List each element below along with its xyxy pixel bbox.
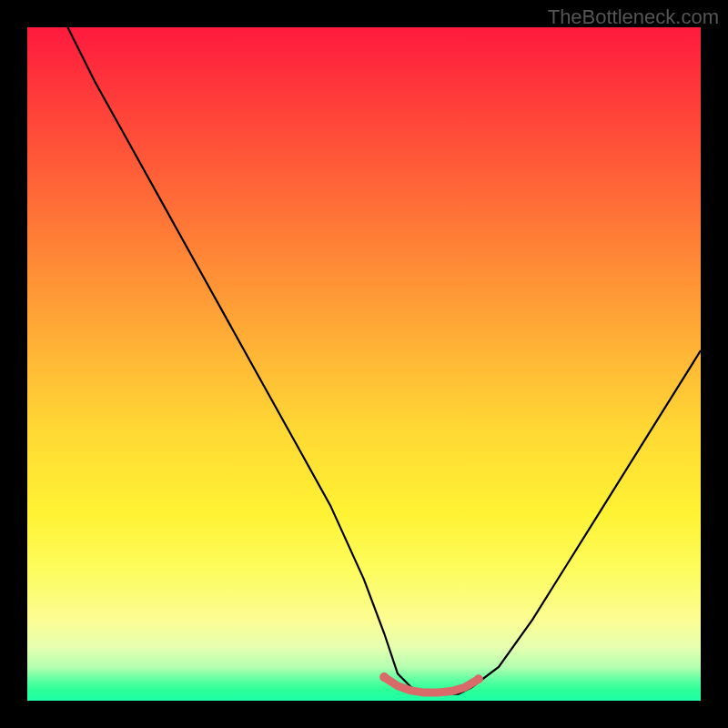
watermark-text: TheBottleneck.com <box>548 5 719 29</box>
plot-area <box>27 27 701 701</box>
curve-svg <box>27 27 701 701</box>
chart-container: TheBottleneck.com <box>0 0 728 728</box>
minimum-highlight-path <box>384 677 479 693</box>
bottleneck-curve-path <box>67 27 701 694</box>
highlight-dot-left <box>379 672 389 682</box>
highlight-dot-right <box>474 674 483 683</box>
